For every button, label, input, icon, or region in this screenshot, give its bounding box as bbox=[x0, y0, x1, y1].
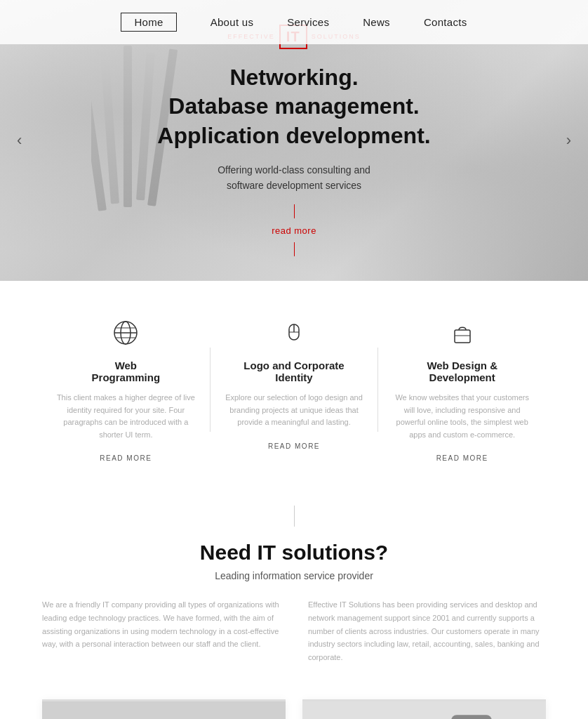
nav-about[interactable]: About us bbox=[211, 16, 254, 28]
globe-icon bbox=[109, 316, 142, 350]
svg-rect-10 bbox=[42, 701, 286, 719]
service-logo-identity-readmore[interactable]: READ MORE bbox=[268, 442, 320, 450]
need-it-subtitle: Leading information service provider bbox=[42, 570, 546, 581]
service-web-design-desc: We know websites that your customers wil… bbox=[392, 392, 532, 441]
service-web-programming-readmore[interactable]: READ MORE bbox=[100, 454, 152, 462]
service-logo-identity-desc: Explore our selection of logo design and… bbox=[225, 392, 364, 429]
service-web-design-readmore[interactable]: READ MORE bbox=[436, 454, 488, 462]
card-1-image bbox=[42, 699, 286, 719]
svg-rect-8 bbox=[455, 330, 470, 343]
need-it-heading: Need IT solutions? bbox=[42, 541, 546, 565]
main-nav: Home About us Services News Contacts bbox=[0, 0, 588, 44]
hero-readmore-link[interactable]: read more bbox=[272, 225, 316, 236]
service-web-design-title: Web Design &Development bbox=[392, 360, 532, 383]
nav-home[interactable]: Home bbox=[121, 13, 176, 32]
hero-content: EFFECTIVE IT SOLUTIONS Networking. Datab… bbox=[157, 25, 430, 257]
hero-heading-line2: Database management. bbox=[168, 93, 419, 119]
need-it-columns: We are a friendly IT company providing a… bbox=[42, 598, 546, 664]
hero-divider-bottom bbox=[294, 242, 295, 256]
need-it-divider bbox=[294, 506, 295, 527]
svg-rect-21 bbox=[302, 701, 546, 719]
cards-section: We are a digital design agency and we ar… bbox=[0, 692, 588, 719]
need-it-col1: We are a friendly IT company providing a… bbox=[42, 598, 280, 664]
hero-arrow-right[interactable]: › bbox=[566, 131, 571, 150]
hero-heading-line1: Networking. bbox=[229, 65, 358, 90]
nav-news[interactable]: News bbox=[363, 16, 390, 28]
services-section: WebProgramming This client makes a highe… bbox=[0, 281, 588, 492]
need-it-section: Need IT solutions? Leading information s… bbox=[0, 492, 588, 692]
service-logo-identity-title: Logo and CorporateIdentity bbox=[225, 360, 364, 383]
svg-rect-22 bbox=[451, 715, 492, 719]
service-web-programming-desc: This client makes a higher degree of liv… bbox=[56, 392, 196, 441]
card-2-image bbox=[302, 699, 546, 719]
need-it-col2: Effective IT Solutions has been providin… bbox=[308, 598, 546, 664]
card-1: We are a digital design agency and we ar… bbox=[42, 699, 286, 719]
hero-arrow-left[interactable]: ‹ bbox=[17, 131, 22, 150]
service-logo-identity: Logo and CorporateIdentity Explore our s… bbox=[211, 316, 378, 451]
card-2: Our standard support contract gives the … bbox=[302, 699, 546, 719]
service-web-programming-title: WebProgramming bbox=[56, 360, 196, 383]
hero-divider-top bbox=[294, 204, 295, 218]
service-web-programming: WebProgramming This client makes a highe… bbox=[42, 316, 210, 463]
hero-heading: Networking. Database management. Applica… bbox=[157, 63, 430, 151]
nav-services[interactable]: Services bbox=[287, 16, 329, 28]
hero-subtext: Offering world-class consulting andsoftw… bbox=[157, 162, 430, 194]
mouse-icon bbox=[277, 316, 311, 350]
nav-contacts[interactable]: Contacts bbox=[424, 16, 467, 28]
bag-icon bbox=[446, 316, 479, 350]
service-web-design: Web Design &Development We know websites… bbox=[378, 316, 546, 463]
hero-heading-line3: Application development. bbox=[157, 123, 430, 148]
